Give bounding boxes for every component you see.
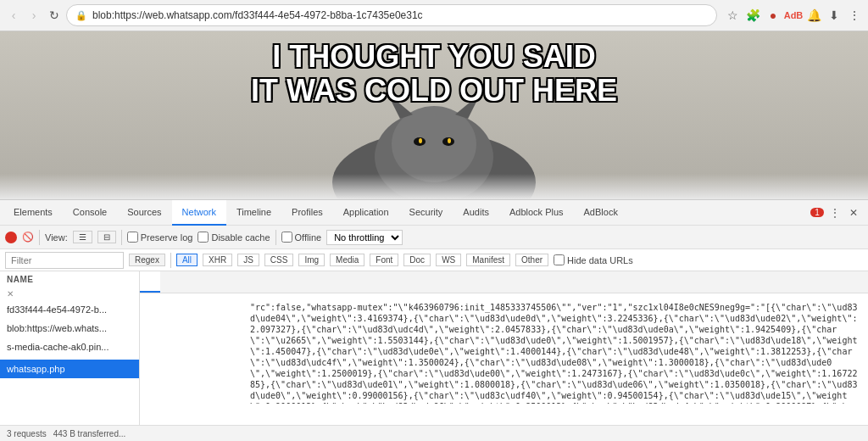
toolbar-divider1 bbox=[39, 230, 40, 245]
meme-container: I THOUGHT YOU SAID IT WAS COLD OUT HERE bbox=[0, 31, 868, 199]
type-doc-button[interactable]: Doc bbox=[403, 254, 431, 266]
offline-checkbox[interactable] bbox=[281, 232, 292, 243]
bookmark-icon[interactable]: ☆ bbox=[724, 7, 741, 24]
tab-elements[interactable]: Elements bbox=[3, 200, 63, 226]
filter-input[interactable] bbox=[5, 252, 124, 269]
type-manifest-button[interactable]: Manifest bbox=[466, 254, 510, 266]
sidebar-item-2[interactable]: s-media-cache-ak0.pin... bbox=[0, 338, 139, 356]
type-js-button[interactable]: JS bbox=[237, 254, 259, 266]
sidebar-header: Name bbox=[0, 271, 139, 287]
preserve-log-label[interactable]: Preserve log bbox=[127, 232, 193, 243]
tab-timeline[interactable]: Timeline bbox=[226, 200, 281, 226]
hide-data-urls-checkbox[interactable] bbox=[554, 254, 565, 265]
right-panel: "rc":false,"whatsapp-mutex":"\"k46396079… bbox=[140, 271, 868, 425]
tab-network[interactable]: Network bbox=[172, 200, 226, 226]
svg-point-8 bbox=[448, 138, 451, 143]
menu-icon[interactable]: ⋮ bbox=[846, 7, 863, 24]
error-badge: 1 bbox=[810, 208, 824, 217]
form-data-account: "rc":false,"whatsapp-mutex":"\"k46396079… bbox=[148, 302, 860, 404]
type-xhr-button[interactable]: XHR bbox=[203, 254, 232, 266]
detail-content: "rc":false,"whatsapp-mutex":"\"k46396079… bbox=[140, 293, 868, 425]
meme-line1: I THOUGHT YOU SAID bbox=[0, 40, 868, 74]
disable-cache-label[interactable]: Disable cache bbox=[198, 232, 270, 243]
devtools: Elements Console Sources Network Timelin… bbox=[0, 199, 868, 441]
page-content: I THOUGHT YOU SAID IT WAS COLD OUT HERE bbox=[0, 31, 868, 199]
view-detail-button[interactable]: ⊟ bbox=[97, 231, 116, 243]
type-img-button[interactable]: Img bbox=[298, 254, 325, 266]
reload-button[interactable]: ↻ bbox=[46, 7, 63, 24]
clear-button[interactable]: 🚫 bbox=[22, 232, 34, 243]
type-ws-button[interactable]: WS bbox=[436, 254, 461, 266]
detail-tabs bbox=[140, 271, 868, 293]
requests-count: 3 requests bbox=[7, 429, 47, 438]
sidebar: Name ✕ fd33f444-4e54-4972-b... blob:http… bbox=[0, 271, 140, 425]
account-data-value: "rc":false,"whatsapp-mutex":"\"k46396079… bbox=[250, 302, 860, 404]
download-icon[interactable]: ⬇ bbox=[826, 7, 843, 24]
tab-adblock[interactable]: AdBlock bbox=[574, 200, 628, 226]
filter-divider bbox=[170, 253, 171, 268]
offline-label[interactable]: Offline bbox=[281, 232, 322, 243]
detail-tab-timing[interactable] bbox=[201, 271, 221, 293]
meme-text: I THOUGHT YOU SAID IT WAS COLD OUT HERE bbox=[0, 31, 868, 107]
disable-cache-checkbox[interactable] bbox=[198, 232, 209, 243]
forward-button[interactable]: › bbox=[25, 7, 42, 24]
toolbar-divider2 bbox=[121, 230, 122, 245]
close-sidebar-btn[interactable]: ✕ bbox=[0, 287, 139, 300]
type-other-button[interactable]: Other bbox=[515, 254, 548, 266]
secure-icon: 🔒 bbox=[75, 10, 87, 21]
adblock2-icon: AdB bbox=[785, 7, 802, 24]
regex-button[interactable]: Regex bbox=[129, 254, 165, 266]
preserve-log-checkbox[interactable] bbox=[127, 232, 138, 243]
throttling-select[interactable]: No throttling bbox=[326, 230, 403, 245]
filter-bar: Regex All XHR JS CSS Img Media Font Doc … bbox=[0, 249, 868, 271]
devtools-controls: 1 ⋮ ✕ bbox=[804, 205, 865, 220]
status-bar: 3 requests 443 B transferred... bbox=[0, 425, 868, 441]
view-list-button[interactable]: ☰ bbox=[73, 231, 92, 243]
devtools-main: Name ✕ fd33f444-4e54-4972-b... blob:http… bbox=[0, 271, 868, 425]
tab-audits[interactable]: Audits bbox=[453, 200, 499, 226]
type-font-button[interactable]: Font bbox=[370, 254, 398, 266]
address-bar-container: 🔒 bbox=[66, 4, 717, 26]
address-bar[interactable] bbox=[92, 9, 708, 21]
svg-point-2 bbox=[392, 106, 476, 182]
tab-adblockplus[interactable]: Adblock Plus bbox=[499, 200, 574, 226]
detail-tab-headers[interactable] bbox=[140, 271, 160, 293]
extensions-icon[interactable]: 🧩 bbox=[744, 7, 761, 24]
view-label: View: bbox=[45, 232, 68, 243]
notifications-icon[interactable]: 🔔 bbox=[805, 7, 822, 24]
tab-security[interactable]: Security bbox=[399, 200, 453, 226]
tab-application[interactable]: Application bbox=[333, 200, 399, 226]
tab-console[interactable]: Console bbox=[63, 200, 117, 226]
snow-ground bbox=[0, 174, 868, 199]
type-all-button[interactable]: All bbox=[176, 254, 198, 266]
sidebar-item-whatsapp[interactable]: whatsapp.php bbox=[0, 360, 139, 378]
browser-toolbar: ‹ › ↻ 🔒 ☆ 🧩 ● AdB 🔔 ⬇ ⋮ bbox=[0, 0, 868, 31]
svg-point-7 bbox=[419, 138, 422, 143]
network-toolbar: 🚫 View: ☰ ⊟ Preserve log Disable cache O… bbox=[0, 226, 868, 249]
sidebar-item-0[interactable]: fd33f444-4e54-4972-b... bbox=[0, 300, 139, 319]
transferred-size: 443 B transferred... bbox=[53, 429, 126, 438]
account-data-key bbox=[148, 302, 250, 404]
tab-profiles[interactable]: Profiles bbox=[281, 200, 333, 226]
browser-actions: ☆ 🧩 ● AdB 🔔 ⬇ ⋮ bbox=[724, 7, 863, 24]
devtools-close-icon[interactable]: ✕ bbox=[846, 205, 861, 220]
browser-chrome: ‹ › ↻ 🔒 ☆ 🧩 ● AdB 🔔 ⬇ ⋮ bbox=[0, 0, 868, 31]
back-button[interactable]: ‹ bbox=[5, 7, 22, 24]
tab-sources[interactable]: Sources bbox=[117, 200, 171, 226]
devtools-more-icon[interactable]: ⋮ bbox=[827, 205, 843, 220]
sidebar-item-1[interactable]: blob:https://web.whats... bbox=[0, 319, 139, 338]
detail-tab-preview[interactable] bbox=[160, 271, 181, 293]
adblock-icon: ● bbox=[765, 7, 782, 24]
type-css-button[interactable]: CSS bbox=[264, 254, 294, 266]
hide-data-urls-label[interactable]: Hide data URLs bbox=[554, 254, 633, 265]
devtools-tabs-bar: Elements Console Sources Network Timelin… bbox=[0, 200, 868, 226]
detail-tab-response[interactable] bbox=[181, 271, 201, 293]
meme-line2: IT WAS COLD OUT HERE bbox=[0, 74, 868, 108]
record-button[interactable] bbox=[5, 232, 17, 243]
toolbar-divider3 bbox=[275, 230, 276, 245]
type-media-button[interactable]: Media bbox=[330, 254, 364, 266]
